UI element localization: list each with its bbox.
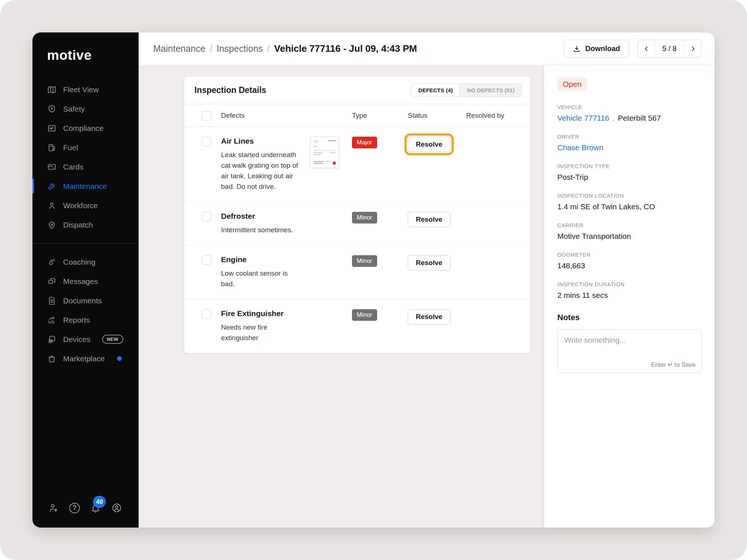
header-actions: Download 5 / 8 (564, 40, 701, 58)
download-icon (573, 45, 581, 53)
card-title: Inspection Details (194, 85, 266, 95)
field-label: INSPECTION TYPE (557, 163, 701, 169)
row-checkbox[interactable] (202, 309, 211, 319)
sidebar-item-label: Dispatch (63, 221, 93, 229)
sidebar-item-cards[interactable]: Cards (32, 157, 139, 176)
column-header-resolved-by: Resolved by (466, 112, 530, 120)
type-badge-major: Major (352, 137, 377, 148)
document-icon (47, 296, 57, 306)
odometer-value: 148,663 (557, 261, 701, 270)
wrench-icon (47, 182, 57, 191)
filter-no-defects-tab[interactable]: NO DEFECTS (51) (460, 84, 522, 97)
notification-count-badge: 40 (93, 496, 106, 508)
inspection-summary-panel: Open VEHICLE Vehicle 777116.Peterbilt 56… (544, 65, 715, 528)
table-row: Engine Low coolant sensor is bad. Minor … (184, 245, 530, 299)
inspection-duration-value: 2 mins 11 secs (557, 291, 701, 300)
sidebar-item-label: Cards (63, 163, 84, 171)
sidebar-item-documents[interactable]: Documents (32, 291, 139, 310)
notes-input-container: Enter ↵ to Save (557, 329, 702, 373)
type-badge-minor: Minor (352, 212, 377, 223)
account-button[interactable] (111, 502, 123, 514)
download-label: Download (585, 44, 620, 53)
sidebar-item-maintenance[interactable]: Maintenance (32, 176, 139, 196)
resolve-button[interactable]: Resolve (408, 309, 450, 324)
breadcrumb-separator: / (210, 43, 212, 54)
sidebar-item-safety[interactable]: Safety (32, 99, 139, 118)
sidebar-item-devices[interactable]: Devices NEW (32, 330, 139, 349)
sidebar-item-reports[interactable]: Reports (32, 310, 139, 330)
person-icon (47, 201, 57, 210)
sidebar-item-label: Compliance (63, 124, 104, 133)
desktop-background: motive Fleet View Safety Compliance Fuel (0, 0, 747, 560)
sidebar-item-label: Fuel (63, 143, 78, 152)
main-area: Maintenance / Inspections / Vehicle 7771… (139, 32, 715, 528)
sidebar-item-coaching[interactable]: Coaching (32, 252, 139, 272)
inspection-type-value: Post-Trip (557, 173, 701, 182)
sidebar-item-dispatch[interactable]: Dispatch (32, 215, 139, 234)
row-checkbox[interactable] (202, 212, 211, 221)
download-button[interactable]: Download (564, 40, 629, 58)
table-row: Air Lines Leak started underneath cat wa… (184, 127, 530, 202)
field-label: DRIVER (557, 133, 701, 140)
driver-link[interactable]: Chase Brown (557, 143, 603, 152)
sidebar-item-label: Maintenance (63, 182, 107, 191)
sidebar-item-compliance[interactable]: Compliance (32, 118, 139, 138)
sidebar-item-marketplace[interactable]: Marketplace (32, 349, 139, 368)
select-all-checkbox[interactable] (202, 111, 211, 120)
field-vehicle: VEHICLE Vehicle 777116.Peterbilt 567 (557, 104, 701, 122)
table-row: Fire Extinguisher Needs new fire extingu… (184, 299, 530, 353)
breadcrumb-maintenance[interactable]: Maintenance (153, 43, 205, 54)
map-icon (47, 85, 57, 94)
app-window: motive Fleet View Safety Compliance Fuel (32, 32, 715, 528)
bag-icon (47, 354, 57, 363)
breadcrumb-inspections[interactable]: Inspections (217, 43, 263, 54)
resolve-button[interactable]: Resolve (408, 255, 450, 271)
defect-name: Defroster (221, 212, 310, 221)
attachment-thumbnail[interactable] (310, 137, 339, 168)
defect-name: Fire Extinguisher (221, 309, 310, 318)
field-carrier: CARRIER Motive Transportation (557, 222, 701, 241)
row-checkbox[interactable] (202, 137, 211, 146)
sidebar-item-fuel[interactable]: Fuel (32, 138, 139, 157)
sidebar-item-fleet-view[interactable]: Fleet View (32, 80, 139, 99)
page-indicator: 5 / 8 (654, 40, 685, 57)
help-button[interactable]: ? (69, 502, 81, 514)
page-title: Vehicle 777116 - Jul 09, 4:43 PM (274, 43, 417, 54)
user-gear-icon (48, 502, 59, 513)
top-bar: Maintenance / Inspections / Vehicle 7771… (139, 32, 715, 65)
action-highlight-ring: Resolve (405, 133, 454, 155)
sidebar-item-workforce[interactable]: Workforce (32, 196, 139, 215)
field-label: CARRIER (557, 222, 701, 228)
admin-settings-button[interactable] (48, 502, 59, 514)
notes-save-hint: Enter ↵ to Save (651, 361, 696, 369)
work-area: Inspection Details DEFECTS (4) NO DEFECT… (139, 65, 544, 528)
type-badge-minor: Minor (352, 309, 377, 321)
stamp-mark (333, 162, 336, 165)
resolve-button[interactable]: Resolve (408, 137, 450, 152)
device-icon (47, 335, 57, 344)
defect-description: Low coolant sensor is bad. (221, 268, 301, 289)
value-separator: . (612, 114, 615, 122)
column-header-defects: Defects (221, 112, 310, 120)
notifications-button[interactable]: 40 (90, 502, 101, 514)
sidebar-item-label: Messages (63, 277, 98, 286)
resolve-button[interactable]: Resolve (408, 212, 450, 227)
table-row: Defroster Intermittent sometimes. Minor … (184, 202, 530, 245)
filter-defects-tab[interactable]: DEFECTS (4) (411, 84, 460, 97)
new-badge: NEW (102, 335, 123, 344)
defect-description: Needs new fire extinguisher (221, 322, 301, 343)
shield-icon (47, 104, 57, 114)
defect-description: Intermittent sometimes. (221, 225, 301, 235)
whistle-icon (47, 257, 57, 267)
sidebar-item-messages[interactable]: Messages (32, 272, 139, 291)
chevron-left-icon (643, 46, 649, 52)
next-page-button[interactable] (685, 40, 701, 57)
row-checkbox[interactable] (202, 255, 211, 265)
inspection-details-card: Inspection Details DEFECTS (4) NO DEFECT… (184, 76, 530, 353)
column-header-status: Status (408, 112, 466, 120)
previous-page-button[interactable] (638, 40, 654, 57)
vehicle-link[interactable]: Vehicle 777116 (557, 114, 609, 122)
notes-input[interactable] (558, 330, 701, 358)
fuel-pump-icon (47, 143, 57, 152)
motive-logo[interactable]: motive (32, 32, 139, 63)
